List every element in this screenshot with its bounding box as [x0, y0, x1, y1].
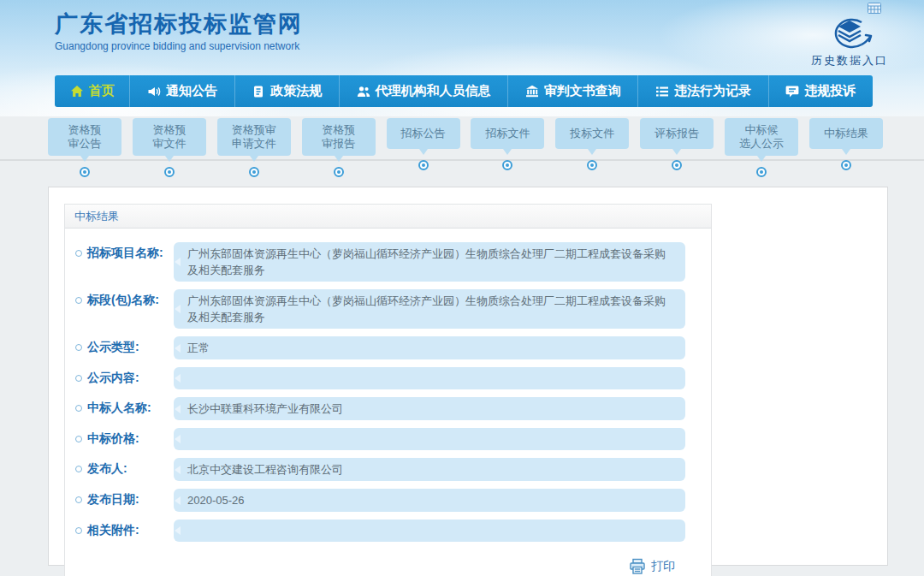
field-value-publish-date: 2020-05-26 — [174, 489, 685, 512]
nav-item-agencies[interactable]: 代理机构和人员信息 — [340, 75, 508, 107]
site-subtitle: Guangdong province bidding and supervisi… — [55, 40, 303, 52]
bullet-icon — [75, 436, 82, 442]
history-data-entry[interactable]: 历史数据入口 — [803, 15, 897, 68]
field-label: 相关附件: — [75, 520, 171, 538]
field-label: 中标人名称: — [75, 397, 171, 416]
step-bubble: 资格预 审报告 — [302, 118, 376, 156]
site-title: 广东省招标投标监管网 — [55, 10, 303, 38]
bid-result-panel: 中标结果 招标项目名称: 广州东部固体资源再生中心（萝岗福山循环经济产业园）生物… — [64, 204, 712, 576]
nav-item-policies[interactable]: 政策法规 — [235, 75, 340, 107]
document-icon — [252, 85, 265, 98]
field-label: 公示内容: — [75, 367, 171, 386]
step-tender-document[interactable]: 招标文件 — [471, 118, 544, 177]
nav-item-complaints[interactable]: 违规投诉 — [769, 75, 873, 107]
form-row-project-name: 招标项目名称: 广州东部固体资源再生中心（萝岗福山循环经济产业园）生物质综合处理… — [65, 242, 711, 282]
step-prequal-document[interactable]: 资格预 审文件 — [133, 118, 206, 177]
step-bubble: 招标文件 — [471, 118, 544, 149]
layers-arrow-icon — [823, 15, 876, 51]
step-candidate-publicity[interactable]: 中标候 选人公示 — [725, 118, 798, 177]
chat-icon — [785, 85, 799, 98]
content-container: 中标结果 招标项目名称: 广州东部固体资源再生中心（萝岗福山循环经济产业园）生物… — [48, 187, 888, 566]
step-bid-result[interactable]: 中标结果 — [809, 118, 883, 177]
step-evaluation-report[interactable]: 评标报告 — [640, 118, 714, 177]
field-value-winning-price — [174, 428, 685, 450]
step-dot — [249, 167, 259, 177]
field-label: 招标项目名称: — [75, 242, 171, 261]
field-value-publicity-type: 正常 — [174, 336, 685, 359]
form-row-publisher: 发布人: 北京中交建设工程咨询有限公司 — [65, 458, 711, 481]
step-dot — [672, 160, 682, 170]
form-row-winner-name: 中标人名称: 长沙中联重科环境产业有限公司 — [65, 397, 711, 420]
step-bubble: 资格预 审文件 — [133, 118, 206, 156]
field-label: 公示类型: — [75, 336, 171, 355]
nav-item-label: 审判文书查询 — [544, 83, 621, 99]
bid-result-form: 招标项目名称: 广州东部固体资源再生中心（萝岗福山循环经济产业园）生物质综合处理… — [65, 229, 711, 576]
step-dot — [841, 160, 851, 170]
step-dot — [502, 160, 512, 170]
nav-item-label: 代理机构和人员信息 — [376, 83, 491, 99]
step-bubble: 资格预 审公告 — [48, 118, 121, 156]
print-row: 打印 — [65, 549, 711, 576]
form-row-section-name: 标段(包)名称: 广州东部固体资源再生中心（萝岗福山循环经济产业园）生物质综合处… — [65, 289, 711, 329]
nav-item-label: 首页 — [89, 83, 115, 99]
nav-item-label: 通知公告 — [166, 83, 217, 99]
form-row-publicity-type: 公示类型: 正常 — [65, 336, 711, 359]
speaker-icon — [147, 85, 161, 98]
form-row-attachments: 相关附件: — [65, 520, 711, 542]
bullet-icon — [75, 466, 82, 472]
field-value-section-name: 广州东部固体资源再生中心（萝岗福山循环经济产业园）生物质综合处理厂二期工程成套设… — [174, 289, 685, 329]
bullet-icon — [75, 297, 82, 304]
field-value-publicity-content — [174, 367, 685, 389]
step-dot — [334, 167, 344, 177]
form-row-publish-date: 发布日期: 2020-05-26 — [65, 489, 711, 512]
bullet-icon — [75, 496, 82, 503]
nav-item-label: 违规投诉 — [804, 83, 856, 99]
step-bubble: 中标候 选人公示 — [725, 118, 798, 156]
nav-item-home[interactable]: 首页 — [55, 75, 130, 107]
step-dot — [164, 167, 175, 177]
field-value-winner-name: 长沙中联重科环境产业有限公司 — [174, 397, 685, 420]
bullet-icon — [75, 375, 82, 382]
history-entry-label: 历史数据入口 — [803, 53, 897, 68]
step-tender-announcement[interactable]: 招标公告 — [387, 118, 460, 177]
field-label: 发布人: — [75, 458, 171, 477]
nav-item-notices[interactable]: 通知公告 — [130, 75, 234, 107]
step-dot — [418, 160, 429, 170]
step-bubble: 招标公告 — [387, 118, 460, 149]
step-dot — [756, 167, 767, 177]
form-row-publicity-content: 公示内容: — [65, 367, 711, 389]
field-label: 发布日期: — [75, 489, 171, 508]
step-prequal-report[interactable]: 资格预 审报告 — [302, 118, 376, 177]
step-bubble: 评标报告 — [640, 118, 714, 149]
people-icon — [357, 85, 370, 98]
calendar-icon[interactable] — [868, 3, 881, 14]
list-icon — [655, 85, 669, 98]
bullet-icon — [75, 250, 82, 257]
home-icon — [70, 85, 84, 98]
step-prequal-announcement[interactable]: 资格预 审公告 — [48, 118, 121, 177]
step-prequal-application[interactable]: 资格预审 申请文件 — [217, 118, 291, 177]
bullet-icon — [75, 405, 82, 412]
panel-title: 中标结果 — [65, 205, 711, 229]
step-bubble: 资格预审 申请文件 — [217, 118, 291, 156]
step-bubble: 投标文件 — [555, 118, 629, 149]
step-bid-document[interactable]: 投标文件 — [555, 118, 629, 177]
nav-item-violations[interactable]: 违法行为记录 — [638, 75, 768, 107]
process-steps: 资格预 审公告 资格预 审文件 资格预审 申请文件 资格预 审报告 招标公告 招… — [48, 118, 883, 177]
step-bubble: 中标结果 — [809, 118, 883, 149]
nav-item-judgments[interactable]: 审判文书查询 — [508, 75, 638, 107]
bullet-icon — [75, 344, 82, 351]
step-dot — [587, 160, 597, 170]
printer-icon — [629, 558, 646, 575]
bullet-icon — [75, 527, 82, 534]
nav-item-label: 违法行为记录 — [674, 83, 751, 99]
form-row-winning-price: 中标价格: — [65, 428, 711, 450]
field-value-project-name: 广州东部固体资源再生中心（萝岗福山循环经济产业园）生物质综合处理厂二期工程成套设… — [174, 242, 685, 282]
print-button[interactable]: 打印 — [629, 558, 675, 575]
field-label: 中标价格: — [75, 428, 171, 447]
bank-icon — [525, 85, 539, 98]
site-brand: 广东省招标投标监管网 Guangdong province bidding an… — [55, 10, 303, 52]
main-nav: 首页 通知公告 政策法规 代理机构和人员信息 审判文书查询 违法行为记录 违 — [55, 75, 873, 107]
field-label: 标段(包)名称: — [75, 289, 171, 308]
print-label: 打印 — [651, 559, 675, 574]
